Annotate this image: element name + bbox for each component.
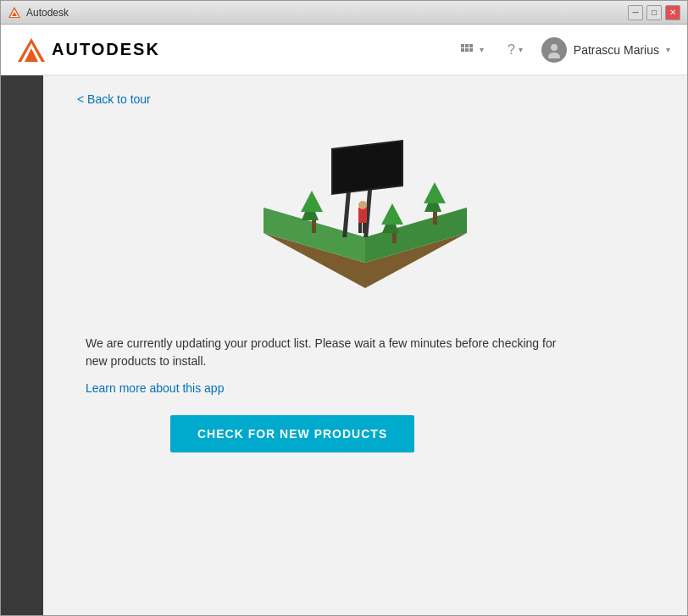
svg-rect-10 xyxy=(465,48,469,52)
svg-marker-26 xyxy=(424,182,446,203)
grid-menu-button[interactable]: ▾ xyxy=(456,41,489,59)
svg-rect-9 xyxy=(461,48,464,52)
svg-rect-30 xyxy=(392,233,397,243)
title-bar-left: Autodesk xyxy=(8,6,69,19)
help-icon: ? xyxy=(508,42,515,58)
title-bar: Autodesk ─ □ ✕ xyxy=(1,1,687,25)
grid-menu-arrow: ▾ xyxy=(480,45,484,54)
svg-rect-8 xyxy=(469,44,473,47)
illustration-area xyxy=(77,123,653,309)
minimize-button[interactable]: ─ xyxy=(628,5,643,20)
user-menu[interactable]: Patrascu Marius ▾ xyxy=(541,37,670,63)
logo-area: AUTODESK xyxy=(18,38,160,62)
autodesk-logo-icon xyxy=(18,38,45,62)
learn-more-link[interactable]: Learn more about this app xyxy=(86,381,224,395)
help-button[interactable]: ? ▾ xyxy=(502,39,528,61)
avatar xyxy=(541,37,567,63)
message-area: We are currently updating your product l… xyxy=(77,335,585,452)
svg-rect-7 xyxy=(465,44,469,47)
app-icon xyxy=(8,6,21,19)
svg-marker-29 xyxy=(381,203,403,225)
svg-point-13 xyxy=(548,53,560,58)
help-arrow: ▾ xyxy=(519,45,523,54)
maximize-button[interactable]: □ xyxy=(646,5,662,20)
content-area: < Back to tour xyxy=(43,75,687,615)
svg-rect-33 xyxy=(358,223,362,233)
svg-rect-27 xyxy=(433,212,437,225)
user-name: Patrascu Marius xyxy=(574,43,659,57)
header-right: ▾ ? ▾ Patrascu Marius ▾ xyxy=(456,37,670,63)
svg-rect-11 xyxy=(469,48,473,52)
app-header: AUTODESK ▾ ? ▾ xyxy=(1,25,687,75)
check-for-new-products-button[interactable]: CHECK FOR NEW PRODUCTS xyxy=(170,415,414,452)
window-frame: Autodesk ─ □ ✕ AUTODESK xyxy=(0,0,688,616)
main-layout: < Back to tour xyxy=(1,75,687,615)
close-button[interactable]: ✕ xyxy=(665,5,680,20)
svg-rect-24 xyxy=(312,220,316,233)
svg-point-32 xyxy=(358,201,367,209)
window-title: Autodesk xyxy=(26,7,69,19)
svg-marker-23 xyxy=(301,191,323,212)
user-avatar-icon xyxy=(546,42,563,58)
grid-icon xyxy=(461,44,476,56)
user-menu-arrow: ▾ xyxy=(666,45,670,54)
svg-point-12 xyxy=(551,44,558,51)
svg-rect-34 xyxy=(363,223,366,233)
autodesk-logo-text: AUTODESK xyxy=(52,40,160,59)
svg-rect-31 xyxy=(358,208,367,223)
message-text: We are currently updating your product l… xyxy=(86,335,577,370)
isometric-illustration xyxy=(230,123,501,309)
svg-marker-21 xyxy=(333,142,402,193)
sidebar xyxy=(1,75,43,615)
title-bar-controls: ─ □ ✕ xyxy=(628,5,680,20)
svg-rect-6 xyxy=(461,44,464,47)
back-to-tour-link[interactable]: < Back to tour xyxy=(77,92,653,106)
